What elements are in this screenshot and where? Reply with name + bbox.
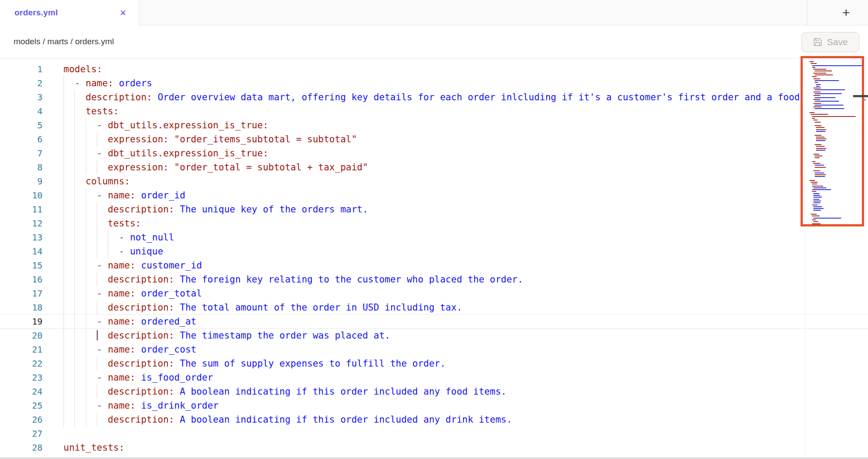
line-number[interactable]: 16 xyxy=(0,272,42,286)
line-number[interactable]: 7 xyxy=(0,146,42,160)
line-number[interactable]: 22 xyxy=(0,357,42,371)
line-number[interactable]: 25 xyxy=(0,399,42,413)
code-line[interactable]: 5- dbt_utils.expression_is_true: xyxy=(0,118,868,132)
save-button[interactable]: Save xyxy=(801,32,859,52)
line-number[interactable]: 9 xyxy=(0,174,42,188)
minimap-line xyxy=(813,120,818,120)
line-number[interactable]: 20 xyxy=(0,328,42,342)
code-line[interactable]: 3description: Order overview data mart, … xyxy=(0,90,868,104)
indent-guide xyxy=(64,385,64,399)
minimap-line xyxy=(813,206,822,207)
line-number[interactable]: 19 xyxy=(0,314,42,328)
code-line[interactable]: 14- unique xyxy=(0,244,868,258)
minimap-line xyxy=(816,140,826,141)
indent-guide xyxy=(64,104,64,118)
minimap-line xyxy=(815,173,824,173)
code-line[interactable]: 13- not_null xyxy=(0,230,868,244)
minimap-line xyxy=(815,101,839,102)
minimap-line xyxy=(816,138,826,139)
code-editor[interactable]: 1models:2- name: orders3description: Ord… xyxy=(0,59,868,459)
indent-guide xyxy=(74,118,75,132)
indent-guide xyxy=(74,90,75,104)
code-text: models: xyxy=(64,62,102,76)
minimap-line xyxy=(813,218,841,219)
line-number[interactable]: 21 xyxy=(0,342,42,357)
minimap-line xyxy=(815,155,822,156)
code-line[interactable]: 2- name: orders xyxy=(0,76,868,90)
indent-guide xyxy=(64,399,64,413)
minimap-line xyxy=(812,118,815,119)
minimap-line xyxy=(812,191,816,192)
minimap-line xyxy=(812,223,821,224)
code-line[interactable]: 10- name: order_id xyxy=(0,188,868,202)
code-line[interactable]: 24description: A boolean indicating if t… xyxy=(0,385,868,399)
minimap-line xyxy=(813,170,820,171)
line-number[interactable]: 6 xyxy=(0,132,42,146)
line-number[interactable]: 26 xyxy=(0,413,42,427)
code-line[interactable]: 15- name: customer_id xyxy=(0,258,868,272)
line-number[interactable]: 3 xyxy=(0,90,42,104)
code-text: - name: order_id xyxy=(97,188,185,202)
code-line[interactable]: 4tests: xyxy=(0,104,868,118)
code-line[interactable]: 16description: The foreign key relating … xyxy=(0,272,868,286)
minimap-line xyxy=(815,105,843,106)
minimap-highlight-box[interactable] xyxy=(801,56,864,226)
line-number[interactable]: 17 xyxy=(0,286,42,300)
line-number[interactable]: 14 xyxy=(0,244,42,258)
line-number[interactable]: 8 xyxy=(0,160,42,174)
minimap-line xyxy=(809,180,815,181)
line-number[interactable]: 13 xyxy=(0,230,42,244)
code-line[interactable]: 22description: The sum of supply expense… xyxy=(0,357,868,371)
indent-guide xyxy=(64,258,64,272)
code-line[interactable]: 6expression: "order_items_subtotal = sub… xyxy=(0,132,868,146)
tab-orders-yml[interactable]: orders.yml ✕ xyxy=(0,0,139,25)
close-icon[interactable]: ✕ xyxy=(120,9,127,17)
minimap-line xyxy=(812,116,856,117)
indent-guide xyxy=(97,160,97,174)
tab-label: orders.yml xyxy=(14,8,58,18)
code-line[interactable]: 23- name: is_food_order xyxy=(0,371,868,385)
minimap-line xyxy=(813,103,821,104)
code-line[interactable]: 8expression: "order_total = subtotal + t… xyxy=(0,160,868,174)
code-line[interactable]: 25- name: is_drink_order xyxy=(0,399,868,413)
line-number[interactable]: 28 xyxy=(0,441,42,455)
code-line[interactable]: 9columns: xyxy=(0,174,868,188)
code-line[interactable]: 1models: xyxy=(0,62,868,76)
line-number[interactable]: 23 xyxy=(0,371,42,385)
minimap-line xyxy=(812,76,817,77)
code-line[interactable]: 18description: The total amount of the o… xyxy=(0,300,868,314)
indent-guide xyxy=(74,132,75,146)
indent-guide xyxy=(97,300,97,314)
line-number[interactable]: 24 xyxy=(0,385,42,399)
minimap-line xyxy=(813,208,824,209)
indent-guide xyxy=(86,132,86,146)
line-number[interactable]: 11 xyxy=(0,202,42,216)
code-line[interactable]: 12tests: xyxy=(0,216,868,230)
code-line[interactable]: 27 xyxy=(0,427,868,441)
code-line[interactable]: 26description: A boolean indicating if t… xyxy=(0,413,868,427)
minimap-line xyxy=(813,92,821,92)
line-number[interactable]: 27 xyxy=(0,427,42,441)
code-text: columns: xyxy=(86,174,130,188)
minimap-line xyxy=(813,69,826,70)
code-line[interactable]: 17- name: order_total xyxy=(0,286,868,300)
line-number[interactable]: 5 xyxy=(0,118,42,132)
line-number[interactable]: 2 xyxy=(0,76,42,90)
horizontal-scrollbar[interactable] xyxy=(0,457,868,459)
line-number[interactable]: 15 xyxy=(0,258,42,272)
code-line[interactable]: 21- name: order_cost xyxy=(0,342,868,357)
line-number[interactable]: 4 xyxy=(0,104,42,118)
new-tab-button[interactable]: + xyxy=(836,3,857,23)
code-line[interactable]: 20description: The timestamp the order w… xyxy=(0,328,868,342)
line-number[interactable]: 18 xyxy=(0,300,42,314)
code-line[interactable]: 19- name: ordered_at xyxy=(0,314,868,328)
code-line[interactable]: 28unit_tests: xyxy=(0,441,868,455)
indent-guide xyxy=(86,328,86,342)
code-line[interactable]: 11description: The unique key of the ord… xyxy=(0,202,868,216)
code-text: tests: xyxy=(108,216,141,230)
code-line[interactable]: 7- dbt_utils.expression_is_true: xyxy=(0,146,868,160)
line-number[interactable]: 12 xyxy=(0,216,42,230)
line-number[interactable]: 10 xyxy=(0,188,42,202)
indent-guide xyxy=(74,202,75,216)
line-number[interactable]: 1 xyxy=(0,62,42,76)
